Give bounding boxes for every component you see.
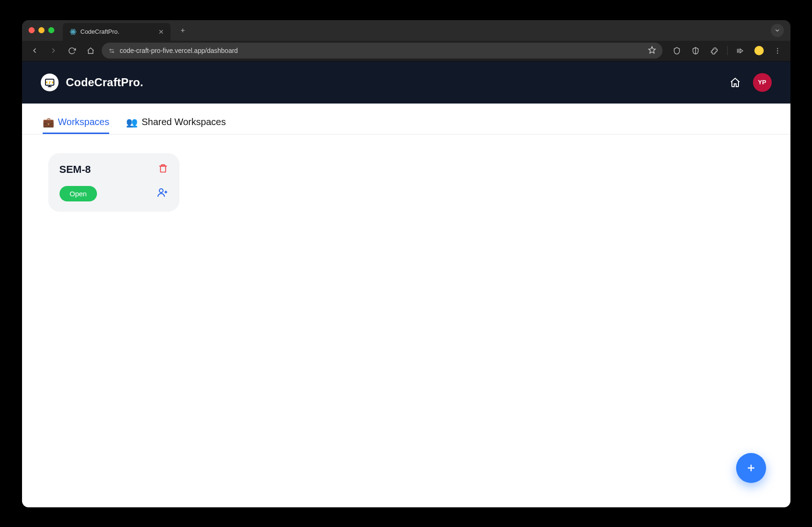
back-button[interactable] [27,43,43,59]
svg-marker-6 [648,46,655,53]
svg-point-5 [112,51,114,52]
tab-workspaces[interactable]: 💼 Workspaces [43,117,110,134]
delete-workspace-button[interactable] [158,163,168,176]
svg-point-9 [777,52,778,53]
new-tab-button[interactable] [176,24,189,37]
shield-outline-icon[interactable] [688,43,704,59]
address-bar-url: code-craft-pro-five.vercel.app/dashboard [120,47,643,54]
tab-shared-workspaces-label: Shared Workspaces [142,117,226,127]
media-control-icon[interactable] [732,43,748,59]
brand[interactable]: CodeCraftPro. [41,74,143,91]
tab-shared-workspaces[interactable]: 👥 Shared Workspaces [126,117,226,134]
home-button-browser[interactable] [83,43,99,59]
toolbar-separator [727,46,728,55]
app-header: CodeCraftPro. YP [22,61,790,104]
reload-button[interactable] [64,43,80,59]
workspace-title: SEM-8 [60,163,91,176]
avatar-initials: YP [758,79,766,86]
maximize-window-button[interactable] [48,27,54,33]
add-collaborator-button[interactable] [157,187,168,200]
extensions-icon[interactable] [707,43,723,59]
toolbar-right-cluster [665,43,786,59]
briefcase-icon: 💼 [43,117,54,128]
tab-title: CodeCraftPro. [81,28,119,35]
brand-name: CodeCraftPro. [66,76,143,89]
browser-profile-button[interactable] [751,43,767,59]
shield-icon[interactable] [669,43,685,59]
window-controls [29,27,54,33]
people-icon: 👥 [126,117,138,128]
workspaces-grid: SEM-8 Open [22,134,790,230]
workspace-card: SEM-8 Open [48,153,179,212]
svg-point-12 [159,189,163,193]
create-workspace-fab[interactable] [736,453,766,483]
svg-point-0 [72,31,74,32]
minimize-window-button[interactable] [38,27,45,33]
svg-point-8 [777,50,778,51]
user-avatar[interactable]: YP [753,73,772,92]
browser-toolbar: code-craft-pro-five.vercel.app/dashboard [22,41,790,61]
tab-close-icon[interactable]: ✕ [158,28,164,36]
home-button[interactable] [727,74,744,91]
browser-tab[interactable]: CodeCraftPro. ✕ [63,23,171,41]
tabs-dropdown-button[interactable] [771,24,784,37]
browser-window: CodeCraftPro. ✕ [22,20,790,507]
bookmark-icon[interactable] [648,46,656,55]
tab-workspaces-label: Workspaces [58,117,110,127]
app-page: CodeCraftPro. YP 💼 Workspaces 👥 Shared W… [22,61,790,507]
workspace-tabs: 💼 Workspaces 👥 Shared Workspaces [22,104,790,134]
svg-point-7 [777,48,778,49]
brand-logo-icon [41,74,59,91]
svg-rect-11 [160,166,165,172]
browser-menu-button[interactable] [770,43,786,59]
close-window-button[interactable] [29,27,35,33]
site-info-icon[interactable] [108,47,115,54]
react-icon [69,28,77,36]
address-bar[interactable]: code-craft-pro-five.vercel.app/dashboard [102,43,663,59]
svg-point-4 [110,49,111,50]
open-workspace-button[interactable]: Open [60,186,97,201]
forward-button[interactable] [45,43,61,59]
browser-titlebar: CodeCraftPro. ✕ [22,20,790,41]
